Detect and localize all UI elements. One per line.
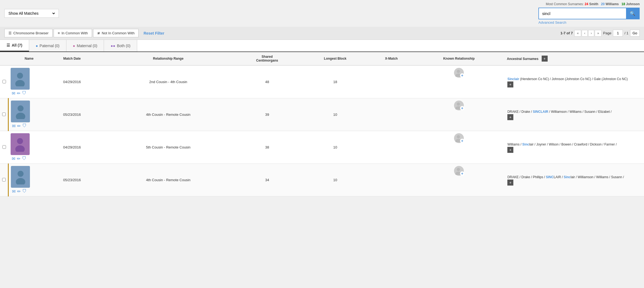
avatar-wrapper-2: ✉ ✏ ⛉	[11, 101, 39, 129]
expand-surnames-1[interactable]: +	[507, 81, 513, 87]
table-header-row: Name Match Date Relationship Range Share…	[0, 52, 644, 65]
svg-point-14	[457, 168, 460, 171]
svg-point-9	[15, 145, 25, 152]
page-number-input[interactable]	[613, 30, 623, 37]
plus-icon-3: +	[460, 139, 464, 143]
x-match-3	[370, 131, 413, 164]
edit-icon-3[interactable]: ✏	[17, 156, 20, 161]
not-in-common-button[interactable]: ≢ Not In Common With	[93, 29, 139, 37]
show-all-select[interactable]: Show All Matches	[7, 11, 56, 16]
add-column-button[interactable]: +	[542, 56, 548, 62]
last-page-button[interactable]: »	[595, 30, 602, 37]
avatar-4	[11, 166, 30, 188]
row-checkbox-3[interactable]	[0, 131, 8, 164]
message-icon-2[interactable]: ✉	[12, 123, 16, 129]
x-match-2	[370, 98, 413, 131]
avatar-wrapper-4: ✉ ✏ ⛉	[11, 166, 39, 194]
chromosome-browser-button[interactable]: ☰ Chromosome Browser	[4, 29, 53, 37]
message-icon-4[interactable]: ✉	[12, 189, 16, 194]
search-button[interactable]: 🔍	[626, 8, 639, 19]
relationship-range-4: 4th Cousin - Remote Cousin	[103, 164, 233, 196]
add-match-icon-2[interactable]: +	[454, 101, 464, 110]
johnson-count: 18	[621, 2, 625, 6]
in-common-with-button[interactable]: ≡ In Common With	[54, 29, 92, 37]
longest-block-3: 10	[301, 131, 370, 164]
svg-point-2	[457, 70, 460, 73]
add-match-icon-1[interactable]: +	[454, 68, 464, 78]
match-date-1: 04/29/2016	[41, 65, 103, 98]
edit-icon-2[interactable]: ✏	[17, 123, 21, 129]
tab-both-label: Both (0)	[117, 44, 130, 48]
svg-point-6	[457, 102, 460, 106]
surnames-4: DRAKE / Drake / Phillips / SINCLAIR / Si…	[505, 164, 644, 196]
tree-icon-3[interactable]: ⛉	[22, 156, 26, 161]
go-button[interactable]: Go	[630, 30, 640, 37]
match-date-2: 05/23/2016	[41, 98, 103, 131]
table-row: ✉ ✏ ⛉ 04/29/2016 2nd Cousin - 4th Cousin…	[0, 65, 644, 98]
first-page-button[interactable]: «	[574, 30, 581, 37]
checkbox-2[interactable]	[2, 113, 6, 116]
message-icon-3[interactable]: ✉	[12, 156, 15, 161]
tab-both[interactable]: ●● Both (0)	[104, 40, 137, 51]
not-in-common-icon: ≢	[97, 31, 100, 35]
header-match-date: Match Date	[41, 52, 103, 65]
edit-icon-1[interactable]: ✏	[17, 91, 20, 96]
svg-point-12	[17, 171, 23, 177]
plus-icon-2: +	[460, 106, 464, 110]
sinclair-highlight-4a: SINC	[546, 175, 554, 179]
tab-all[interactable]: ☰ All (7)	[0, 40, 29, 51]
top-surnames-bar: Most Common Surnames: 24 Smith 20 Willia…	[546, 2, 640, 6]
williams-name: Williams	[606, 2, 619, 6]
tree-icon-4[interactable]: ⛉	[22, 189, 27, 194]
prev-page-button[interactable]: ‹	[582, 30, 588, 37]
known-relationship-4: +	[413, 164, 505, 178]
tab-all-icon: ☰	[7, 43, 10, 47]
known-relationship-3: +	[413, 131, 505, 145]
message-icon-1[interactable]: ✉	[12, 91, 15, 96]
match-date-4: 05/23/2016	[41, 164, 103, 196]
row-checkbox-4[interactable]	[0, 164, 8, 196]
avatar-cell-4: ✉ ✏ ⛉	[8, 164, 41, 196]
expand-surnames-2[interactable]: +	[507, 114, 513, 120]
add-match-icon-3[interactable]: +	[454, 133, 464, 143]
search-input[interactable]	[539, 9, 626, 18]
tab-maternal[interactable]: ● Maternal (0)	[66, 40, 104, 51]
tree-icon-2[interactable]: ⛉	[22, 123, 27, 129]
expand-surnames-4[interactable]: +	[507, 180, 513, 186]
add-match-icon-4[interactable]: +	[454, 166, 464, 176]
edit-icon-4[interactable]: ✏	[17, 189, 21, 194]
reset-filter-button[interactable]: Reset Filter	[140, 29, 168, 37]
tree-icon-1[interactable]: ⛉	[22, 91, 26, 96]
checkbox-1[interactable]	[2, 80, 6, 83]
avatar-actions-2: ✉ ✏ ⛉	[11, 123, 27, 129]
table-row: ✉ ✏ ⛉ 04/29/2016 5th Cousin - Remote Cou…	[0, 131, 644, 164]
row-checkbox-1[interactable]	[0, 65, 8, 98]
tab-both-icon: ●●	[111, 44, 115, 48]
relationship-range-1: 2nd Cousin - 4th Cousin	[103, 65, 233, 98]
header-relationship-range: Relationship Range	[103, 52, 233, 65]
table-row: ✉ ✏ ⛉ 05/23/2016 4th Cousin - Remote Cou…	[0, 98, 644, 131]
next-page-button[interactable]: ›	[588, 30, 594, 37]
expand-surnames-3[interactable]: +	[507, 147, 513, 153]
x-match-4	[370, 164, 413, 196]
svg-point-10	[457, 135, 460, 138]
page-total: / 1	[624, 31, 628, 35]
checkbox-4[interactable]	[2, 178, 6, 181]
results-table-container: Name Match Date Relationship Range Share…	[0, 52, 644, 196]
tab-paternal[interactable]: ● Paternal (0)	[29, 40, 66, 51]
x-match-1	[370, 65, 413, 98]
show-all-dropdown[interactable]: Show All Matches	[4, 9, 59, 18]
in-common-with-label: In Common With	[62, 31, 88, 35]
chromosome-browser-label: Chromosome Browser	[13, 31, 48, 35]
top-right-area: Most Common Surnames: 24 Smith 20 Willia…	[538, 2, 640, 25]
advanced-search-link[interactable]: Advanced Search	[538, 20, 566, 25]
avatar-wrapper-1: ✉ ✏ ⛉	[11, 68, 39, 96]
page-label: Page	[603, 31, 611, 35]
checkbox-3[interactable]	[2, 145, 6, 149]
pagination-nav: « ‹ › »	[574, 30, 601, 37]
plus-icon-1: +	[460, 73, 464, 78]
tab-paternal-icon: ●	[36, 44, 38, 48]
row-checkbox-2[interactable]	[0, 98, 8, 131]
sinclair-highlight-3: Sinc	[522, 143, 529, 146]
surnames-label: Most Common Surnames:	[546, 2, 584, 6]
